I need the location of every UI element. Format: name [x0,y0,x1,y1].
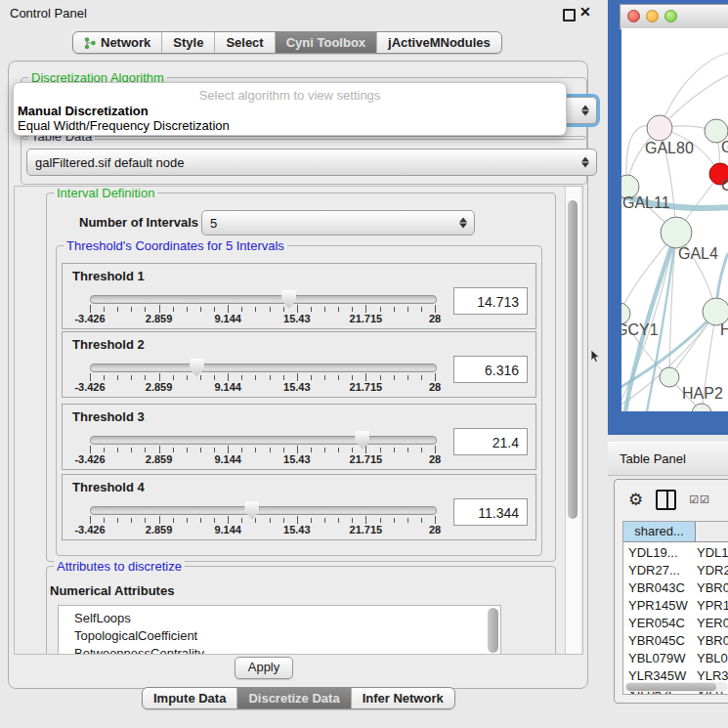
algorithm-dropdown-popup: Select algorithm to view settings Manual… [13,82,567,136]
tick-mark [394,448,395,452]
tab-discretize-data[interactable]: Discretize Data [237,688,351,708]
tick-label: 21.715 [336,381,395,393]
tick-label: 9.144 [198,313,257,324]
tick-mark [352,307,353,312]
network-node[interactable] [660,367,679,387]
threshold-value-field[interactable]: 14.713 [453,287,528,315]
tick-mark [90,516,91,524]
tick-mark [255,518,256,523]
tick-mark [200,307,201,312]
network-edge[interactable] [660,53,728,128]
numerical-attributes-label: Numerical Attributes [50,583,174,598]
tick-mark [214,375,215,380]
node-label: H [720,321,728,338]
slider-thumb[interactable] [355,431,369,450]
tick-mark [117,375,118,380]
tab-network[interactable]: Network [73,32,162,53]
tick-mark [407,307,408,312]
tab-style[interactable]: Style [162,32,215,53]
algorithm-option-manual[interactable]: Manual Discretization [18,104,149,118]
apply-button[interactable]: Apply [235,657,293,679]
slider-track[interactable] [90,364,437,372]
minimize-traffic-light-icon[interactable] [646,10,659,22]
list-scrollbar[interactable] [488,608,498,653]
network-window-titlebar[interactable] [620,4,728,29]
tab-jactivemnodules[interactable]: jActiveMNodules [377,32,501,53]
tick-mark [173,375,174,380]
numerical-attributes-list[interactable]: SelfLoopsTopologicalCoefficientBetweenne… [58,605,501,655]
tick-mark [173,307,174,312]
column-header-name[interactable]: na [696,522,728,542]
tab-select[interactable]: Select [215,32,275,53]
table-data-combobox[interactable]: galFiltered.sif default node [26,149,597,176]
tab-impute-data[interactable]: Impute Data [143,688,237,708]
node-label: C [721,177,728,193]
table-row[interactable]: YBL079WYBL0 [623,650,728,667]
tick-mark [324,518,325,523]
threshold-value-field[interactable]: 6.316 [453,356,528,383]
table-row[interactable]: YPR145WYPR1 [623,597,728,615]
table-row[interactable]: YDL19...YDL1 [623,544,728,562]
tab-infer-network[interactable]: Infer Network [352,688,454,708]
scrollbar-thumb[interactable] [568,200,578,519]
node-label: GAL4 [678,245,718,262]
horizontal-scrollbar[interactable] [624,682,728,692]
tick-mark [394,375,395,380]
zoom-traffic-light-icon[interactable] [664,10,677,22]
close-icon[interactable]: ✕ [579,4,591,20]
slider-thumb[interactable] [244,501,259,520]
column-header-shared[interactable]: shared... [623,522,696,542]
tick-label: 2.859 [130,453,189,465]
threshold-value-field[interactable]: 21.4 [453,428,528,455]
network-node[interactable] [647,115,672,141]
table-row[interactable]: YBR043CYBR0 [623,579,728,597]
cell-shared-name: YER054C [623,615,692,632]
tick-label: 2.859 [130,381,189,393]
network-canvas[interactable]: GAL80GAL11GAL4GCY1HAP2GCH [621,28,728,411]
node-table[interactable]: shared...naYDL19...YDL1YDR27...YDR2YBR04… [622,521,728,695]
scrollbar-thumb[interactable] [626,683,716,691]
tick-label: 15.43 [268,524,326,535]
attribute-list-item[interactable]: TopologicalCoefficient [59,627,500,645]
cell-name: YBR0 [692,579,728,597]
tick-mark [241,307,242,312]
tick-mark [104,375,105,380]
tick-label: 2.859 [130,313,189,324]
columns-icon[interactable] [656,490,676,510]
attribute-list-item[interactable]: BetweennessCentrality [59,645,500,655]
tick-label: 2.859 [130,524,189,535]
close-traffic-light-icon[interactable] [627,10,640,22]
float-window-icon[interactable] [563,9,576,21]
slider-track[interactable] [90,436,437,445]
network-node[interactable] [661,217,692,248]
algorithm-option-equal-width[interactable]: Equal Width/Frequency Discretization [18,118,230,133]
tick-mark [187,448,188,452]
table-row[interactable]: YER054CYER0 [623,615,728,632]
slider-thumb[interactable] [190,359,204,377]
tick-mark [270,518,271,523]
tab-label: Network [101,35,150,50]
gear-icon[interactable]: ⚙ [628,492,643,508]
panel-title: Control Panel [10,6,87,21]
tab-cyni-toolbox[interactable]: Cyni Toolbox [276,32,377,53]
vertical-scrollbar[interactable] [565,187,580,654]
checkboxes-icon[interactable]: ☑☑ [689,493,710,506]
tick-mark [380,375,381,380]
num-intervals-combobox[interactable]: 5 [201,210,475,236]
table-row[interactable]: YBR045CYBR0 [623,632,728,650]
attribute-list-item[interactable]: SelfLoops [59,610,500,627]
tick-mark [173,518,174,523]
threshold-panel: Threshold 4-3.4262.8599.14415.4321.71528… [62,474,536,540]
tick-mark [297,305,298,313]
slider-track[interactable] [90,506,437,515]
tick-mark [173,448,174,452]
settings-scroll-area: Interval Definition Number of Intervals … [14,186,583,655]
tick-mark [283,448,284,452]
threshold-value-field[interactable]: 11.344 [453,498,528,526]
tick-label: -3.426 [61,453,119,465]
tick-mark [311,307,312,312]
cell-name: YBL0 [692,650,728,667]
table-row[interactable]: YDR27...YDR2 [623,562,728,579]
tick-mark [297,446,298,453]
slider-track[interactable] [90,295,437,304]
